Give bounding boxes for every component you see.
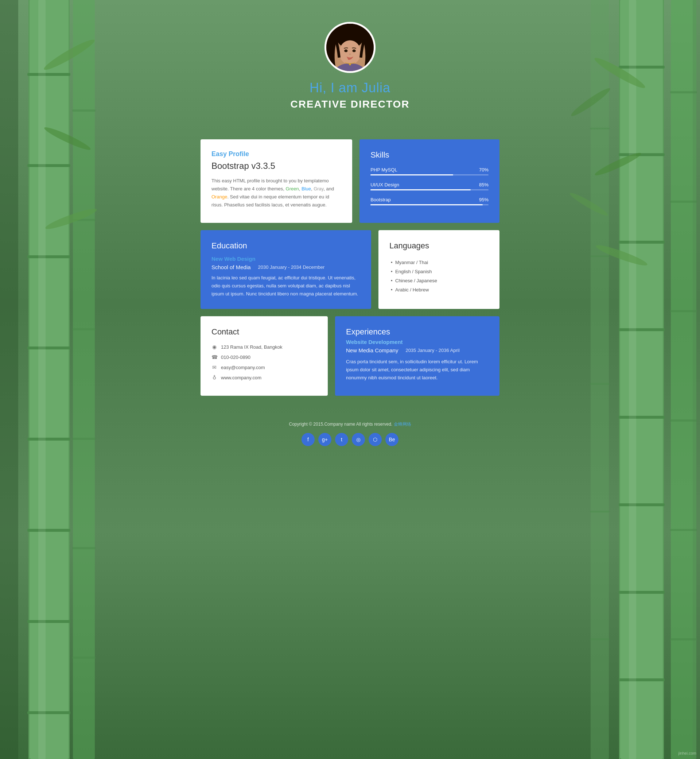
languages-card: Languages Myanmar / Thai English / Spani… (378, 230, 500, 309)
skill-item-bootstrap: Bootstrap 95% (370, 197, 489, 205)
skill-bar-fill-php (370, 174, 453, 175)
svg-point-61 (349, 63, 351, 66)
footer-link[interactable]: 金蜂网络 (394, 422, 411, 427)
list-item: Chinese / Japanese (389, 276, 489, 285)
contact-card: Contact ◉ 123 Rama IX Road, Bangkok ☎ 01… (200, 316, 328, 396)
svg-rect-19 (72, 657, 95, 659)
list-item: English / Spanish (389, 267, 489, 276)
svg-rect-18 (72, 547, 95, 549)
svg-rect-29 (619, 591, 665, 594)
svg-rect-11 (27, 711, 70, 714)
phone-icon: ☎ (211, 354, 217, 360)
education-school: School of Media (211, 264, 251, 270)
list-item: Myanmar / Thai (389, 258, 489, 267)
contact-website-item: ♁ www.company.com (211, 375, 317, 380)
watermark: jinhei.com (678, 751, 696, 755)
row-contact-exp: Contact ◉ 123 Rama IX Road, Bangkok ☎ 01… (200, 316, 500, 396)
svg-rect-44 (590, 638, 609, 640)
about-subtitle: Easy Profile (211, 150, 341, 158)
skill-percent-php: 70% (479, 167, 489, 172)
contact-website: www.company.com (221, 375, 261, 380)
languages-list: Myanmar / Thai English / Spanish Chinese… (389, 258, 489, 294)
svg-rect-43 (590, 511, 609, 512)
footer-copyright: Copyright © 2015.Company name All rights… (7, 421, 693, 427)
skill-percent-bootstrap: 95% (479, 197, 489, 202)
location-icon: ◉ (211, 344, 217, 350)
social-google[interactable]: g+ (318, 433, 331, 446)
social-behance[interactable]: Be (385, 433, 398, 446)
skills-title: Skills (370, 150, 489, 160)
skill-name-uiux: UI/UX Design (370, 182, 399, 188)
hero-section: Hi, I am Julia Creative Director (0, 0, 700, 125)
svg-point-60 (349, 53, 351, 55)
education-subtitle: New Web Design (211, 256, 360, 262)
svg-rect-9 (27, 529, 70, 532)
skill-name-bootstrap: Bootstrap (370, 197, 391, 202)
contact-address: 123 Rama IX Road, Bangkok (221, 344, 282, 350)
row-edu-lang: Education New Web Design School of Media… (200, 230, 500, 309)
experience-text: Cras porta tincidunt sem, in sollicitudi… (346, 358, 489, 382)
skill-item-uiux: UI/UX Design 85% (370, 182, 489, 190)
education-text: In lacinia leo sed quam feugiat, ac effi… (211, 274, 360, 298)
social-facebook[interactable]: f (302, 433, 315, 446)
social-dribbble[interactable]: ◎ (352, 433, 365, 446)
social-icons-row: f g+ t ◎ ⬡ Be (7, 433, 693, 446)
social-twitter[interactable]: t (335, 433, 348, 446)
languages-title: Languages (389, 241, 489, 250)
skill-bar-bg-uiux (370, 189, 489, 190)
contact-email: easy@company.com (221, 365, 265, 370)
skill-bar-bg-php (370, 174, 489, 175)
list-item: Arabic / Hebrew (389, 285, 489, 294)
avatar (325, 22, 375, 73)
skill-item-php: PHP MySQL 70% (370, 167, 489, 175)
social-github[interactable]: ⬡ (369, 433, 382, 446)
svg-rect-30 (619, 678, 665, 681)
education-title: Education (211, 241, 360, 250)
contact-phone-item: ☎ 010-020-0890 (211, 354, 317, 360)
svg-point-57 (339, 41, 361, 65)
svg-rect-28 (619, 503, 665, 506)
contact-title: Contact (211, 327, 317, 336)
experience-card: Experiences Website Development New Medi… (335, 316, 500, 396)
skill-bar-fill-uiux (370, 189, 471, 190)
svg-point-58 (344, 50, 347, 52)
experience-subtitle: Website Development (346, 339, 489, 345)
contact-email-item: ✉ easy@company.com (211, 365, 317, 370)
experience-company: New Media Company (346, 347, 398, 354)
about-text: This easy HTML profile is brought to you… (211, 177, 341, 209)
hero-name: Hi, I am Julia (7, 80, 693, 95)
education-card: Education New Web Design School of Media… (200, 230, 371, 309)
experience-title: Experiences (346, 327, 489, 336)
svg-point-59 (353, 50, 356, 52)
email-icon: ✉ (211, 365, 217, 370)
skill-bar-bg-bootstrap (370, 204, 489, 205)
skill-percent-uiux: 85% (479, 182, 489, 188)
contact-address-item: ◉ 123 Rama IX Road, Bangkok (211, 344, 317, 350)
hero-title: Creative Director (7, 99, 693, 110)
skill-bar-fill-bootstrap (370, 204, 483, 205)
globe-icon: ♁ (211, 375, 217, 380)
footer: Copyright © 2015.Company name All rights… (0, 410, 700, 453)
experience-dates: 2035 January - 2036 April (405, 347, 459, 353)
main-content: Easy Profile Bootstrap v3.3.5 This easy … (193, 139, 507, 396)
svg-rect-10 (27, 620, 70, 623)
about-title: Bootstrap v3.3.5 (211, 161, 341, 171)
skill-name-php: PHP MySQL (370, 167, 397, 172)
contact-phone: 010-020-0890 (221, 355, 250, 360)
education-dates: 2030 January - 2034 December (258, 264, 325, 270)
skills-card: Skills PHP MySQL 70% UI/UX Design 85% (359, 139, 500, 223)
row-about-skills: Easy Profile Bootstrap v3.3.5 This easy … (200, 139, 500, 223)
about-card: Easy Profile Bootstrap v3.3.5 This easy … (200, 139, 352, 223)
